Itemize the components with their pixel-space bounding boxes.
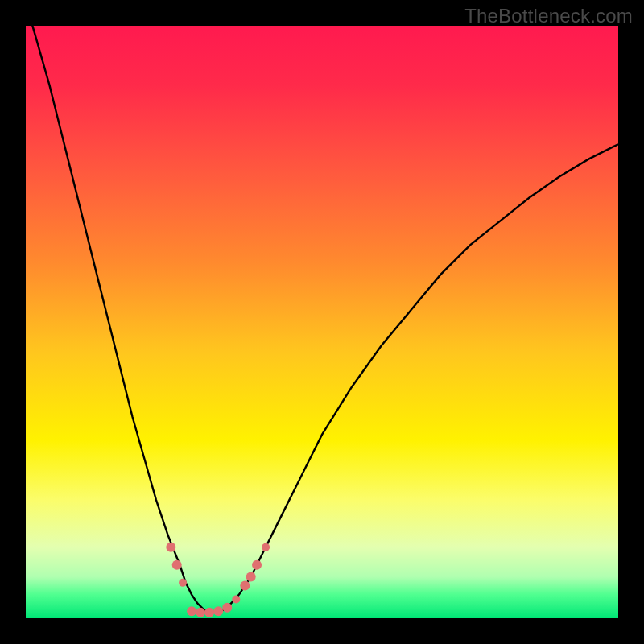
curve-marker [246,572,256,581]
curve-svg [26,26,618,618]
chart-frame: TheBottleneck.com [0,0,644,644]
curve-marker [196,608,205,617]
curve-marker [252,560,262,570]
curve-markers [166,543,270,617]
curve-marker [213,606,223,616]
curve-marker [262,543,270,551]
curve-marker [187,606,196,616]
curve-marker [179,579,187,587]
bottleneck-curve [26,2,618,613]
curve-marker [166,543,175,552]
curve-marker [222,603,232,613]
curve-marker [232,595,240,603]
plot-area [26,26,618,618]
curve-marker [172,560,182,570]
curve-marker [204,608,214,617]
watermark-text: TheBottleneck.com [464,5,633,27]
curve-marker [240,581,250,591]
